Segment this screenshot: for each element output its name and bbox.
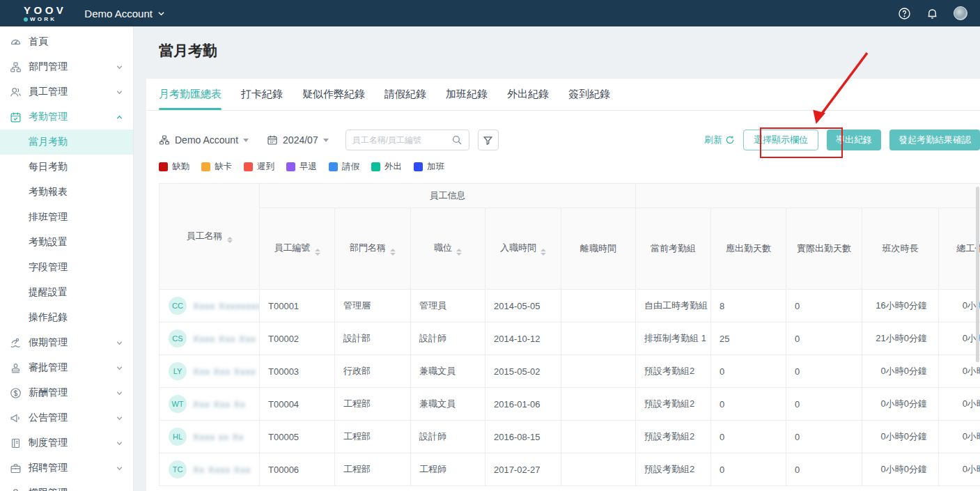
tab-月考勤匯總表[interactable]: 月考勤匯總表 [159, 79, 221, 110]
table-row[interactable]: HLXxxx xx Xx T00005 工程部 設計師 2016-08-15 預… [160, 421, 980, 453]
join-date-cell: 2017-02-27 [485, 453, 561, 486]
tab-簽到紀錄[interactable]: 簽到紀錄 [568, 79, 610, 110]
lock-icon [10, 488, 22, 491]
sidebar-item-字段管理[interactable]: 字段管理 [0, 255, 133, 280]
employee-name-blurred[interactable]: Xxxx Xxxxxxxx [193, 301, 260, 311]
sidebar-item-考勤報表[interactable]: 考勤報表 [0, 180, 133, 205]
join-date-cell: 2016-01-06 [485, 388, 561, 421]
position-cell: 設計師 [411, 421, 485, 453]
attendance-group-cell: 預設考勤組2 [636, 453, 711, 486]
logo-dot [24, 17, 28, 22]
sidebar-item-考勤設置[interactable]: 考勤設置 [0, 230, 133, 255]
sidebar-item-label: 提醒設置 [29, 286, 68, 299]
vertical-scrollbar[interactable] [976, 187, 979, 362]
group-header-employee-info: 員工信息 [260, 184, 636, 208]
sidebar-item-權限管理[interactable]: 權限管理 [0, 481, 133, 491]
table-row[interactable]: WTXxx Xxx Xx T00004 工程部 兼職文員 2016-01-06 … [160, 388, 980, 421]
sidebar-item-招聘管理[interactable]: 招聘管理 [0, 455, 133, 481]
employee-name-blurred[interactable]: Xxxx Xxx Xxx [193, 334, 256, 344]
table-row[interactable]: CCXxxx Xxxxxxxx T00001 管理層 管理員 2014-05-0… [160, 290, 980, 322]
app-window: YOOV WORK Demo Account 首頁部門管理員工管理考勤管理當月考… [0, 0, 980, 491]
logo-text-work: WORK [24, 17, 66, 22]
table-row[interactable]: TCXx Xxxx Xxx T00006 工程部 工程師 2017-02-27 … [160, 453, 980, 486]
employee-name-blurred[interactable]: Xxx Xxx Xxxx [193, 366, 256, 377]
tab-請假紀錄[interactable]: 請假紀錄 [384, 79, 426, 110]
document-icon [10, 437, 22, 449]
join-date-cell: 2014-05-05 [485, 290, 561, 322]
legend-label: 缺勤 [172, 161, 189, 173]
tab-bar: 月考勤匯總表打卡紀錄疑似作弊紀錄請假紀錄加班紀錄外出紀錄簽到紀錄 [146, 79, 980, 111]
employee-name-blurred[interactable]: Xx Xxxx Xxx [193, 465, 251, 475]
column-header-employee-name[interactable]: 員工名稱 [160, 184, 260, 290]
search-icon[interactable] [451, 134, 462, 146]
sort-icon[interactable] [315, 249, 320, 256]
search-input[interactable] [352, 135, 451, 145]
legend-label: 遲到 [257, 161, 274, 173]
select-columns-button[interactable]: 選擇顯示欄位 [743, 130, 818, 150]
expected-days-cell: 8 [711, 290, 786, 322]
employee-name-cell: LYXxx Xxx Xxxx [160, 355, 260, 388]
expected-days-cell: 0 [711, 355, 786, 388]
table-row[interactable]: CSXxxx Xxx Xxx T00002 設計部 設計師 2014-10-12… [160, 322, 980, 355]
confirm-attendance-button[interactable]: 發起考勤結果確認 [889, 130, 980, 150]
sidebar-item-公告管理[interactable]: 公告管理 [0, 405, 133, 430]
tab-疑似作弊紀錄[interactable]: 疑似作弊紀錄 [302, 79, 365, 110]
employee-search [345, 130, 469, 150]
employee-name-blurred[interactable]: Xxxx xx Xx [193, 432, 244, 442]
leave-date-cell [561, 355, 636, 388]
expected-days-cell: 0 [711, 388, 786, 421]
column-header-入職時間[interactable]: 入職時間 [485, 208, 561, 290]
legend-label: 外出 [384, 161, 402, 173]
sidebar-item-提醒設置[interactable]: 提醒設置 [0, 280, 133, 305]
sidebar-item-label: 操作紀錄 [29, 311, 68, 324]
tab-外出紀錄[interactable]: 外出紀錄 [507, 79, 549, 110]
bell-icon[interactable] [926, 7, 939, 20]
month-select[interactable]: 2024/07 [267, 134, 329, 146]
help-circle-icon[interactable] [898, 7, 911, 20]
tab-加班紀錄[interactable]: 加班紀錄 [446, 79, 488, 110]
content-card: 月考勤匯總表打卡紀錄疑似作弊紀錄請假紀錄加班紀錄外出紀錄簽到紀錄 Demo Ac… [146, 79, 980, 491]
yoov-work-logo[interactable]: YOOV WORK [24, 5, 66, 22]
sidebar-item-操作紀錄[interactable]: 操作紀錄 [0, 305, 133, 330]
export-records-button[interactable]: 導出紀錄 [827, 130, 881, 150]
funnel-icon [483, 135, 493, 146]
sidebar-item-員工管理[interactable]: 員工管理 [0, 79, 133, 104]
sidebar-item-label: 制度管理 [29, 437, 68, 449]
org-select[interactable]: Demo Account [159, 134, 249, 146]
account-dropdown[interactable]: Demo Account [84, 8, 165, 20]
column-header-部門名稱[interactable]: 部門名稱 [335, 208, 411, 290]
sort-icon[interactable] [540, 249, 546, 256]
sidebar-item-排班管理[interactable]: 排班管理 [0, 205, 133, 230]
sidebar-item-制度管理[interactable]: 制度管理 [0, 430, 133, 455]
tab-打卡紀錄[interactable]: 打卡紀錄 [241, 79, 283, 110]
sidebar-item-label: 公告管理 [29, 412, 68, 424]
employee-name-blurred[interactable]: Xxx Xxx Xx [193, 399, 246, 410]
sidebar-item-審批管理[interactable]: 審批管理 [0, 355, 133, 380]
sort-icon[interactable] [390, 249, 396, 256]
sidebar-item-label: 考勤管理 [29, 111, 68, 123]
megaphone-icon [10, 412, 22, 424]
column-header-label: 入職時間 [500, 242, 536, 253]
join-date-cell: 2014-10-12 [485, 322, 561, 355]
filter-button[interactable] [478, 130, 499, 150]
column-header-職位[interactable]: 職位 [411, 208, 485, 290]
column-header-員工編號[interactable]: 員工編號 [260, 208, 335, 290]
sidebar-item-首頁[interactable]: 首頁 [0, 29, 133, 54]
sort-icon[interactable] [227, 237, 233, 244]
status-legend: 缺勤缺卡遲到早退請假外出加班 [159, 161, 967, 173]
month-select-value: 2024/07 [283, 134, 318, 146]
table-row[interactable]: LYXxx Xxx Xxxx T00003 行政部 兼職文員 2015-05-0… [160, 355, 980, 388]
sidebar-item-薪酬管理[interactable]: 薪酬管理 [0, 380, 133, 405]
sort-icon[interactable] [456, 249, 462, 256]
employee-id-cell: T00006 [260, 453, 335, 486]
refresh-button[interactable]: 刷新 [704, 134, 735, 146]
sidebar-item-考勤管理[interactable]: 考勤管理 [0, 104, 133, 130]
attendance-group-cell: 自由工時考勤組 [636, 290, 711, 322]
people-icon [10, 86, 22, 98]
sidebar-item-當月考勤[interactable]: 當月考勤 [0, 130, 133, 155]
sidebar-item-部門管理[interactable]: 部門管理 [0, 54, 133, 79]
sidebar-item-每日考勤[interactable]: 每日考勤 [0, 155, 133, 180]
user-avatar[interactable] [954, 6, 967, 20]
legend-label: 早退 [300, 161, 317, 173]
sidebar-item-假期管理[interactable]: 假期管理 [0, 330, 133, 355]
